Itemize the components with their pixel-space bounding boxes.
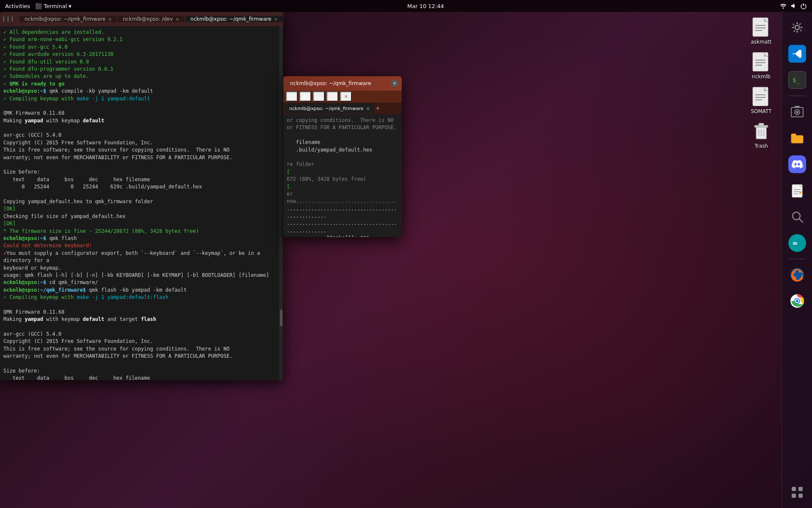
svg-point-35: [795, 25, 799, 30]
svg-line-48: [799, 219, 803, 222]
svg-rect-11: [303, 94, 308, 95]
dock-item-firefox[interactable]: [785, 262, 809, 287]
terminal-menu-icon: ⬛: [35, 3, 42, 9]
desktop-icons-area: askmatt nckmlb: [744, 15, 778, 151]
svg-rect-57: [792, 494, 796, 498]
desktop-icon-somatt[interactable]: SOMATT: [744, 85, 778, 116]
secondary-search-btn[interactable]: [286, 91, 298, 102]
tab-3-close[interactable]: ×: [274, 17, 278, 22]
secondary-hamburger-icon: [303, 94, 308, 99]
secondary-output: or copying conditions. There is NO or FI…: [287, 117, 398, 237]
svg-text:$_: $_: [793, 77, 800, 84]
tab-1-label: nckmlb@xpso: ~/qmk_firmware: [25, 16, 106, 22]
secondary-menu-btn[interactable]: [299, 91, 311, 102]
tab-2-label: nckmlb@xpso: /dev: [123, 16, 173, 22]
svg-rect-13: [303, 98, 308, 99]
svg-rect-55: [792, 487, 796, 491]
main-terminal-window: nckmlb@xpso: ~/qmk_firmware × nckmlb@xps…: [0, 12, 283, 380]
dock-item-settings[interactable]: [785, 15, 809, 40]
dock-item-gedit[interactable]: [785, 178, 809, 203]
settings-dock-icon: [788, 19, 806, 36]
dock-item-discord[interactable]: [785, 152, 809, 177]
nckmlb-label: nckmlb: [752, 74, 771, 80]
secondary-tab-close[interactable]: ×: [366, 106, 370, 111]
dock-separator-1: [789, 96, 806, 96]
main-terminal-close-btn[interactable]: [3, 16, 5, 22]
svg-point-54: [796, 300, 798, 302]
secondary-close-btn-2[interactable]: ×: [340, 91, 352, 102]
dock-item-screenshot[interactable]: [785, 99, 809, 124]
svg-point-0: [783, 8, 784, 9]
secondary-terminal-window: × nckmlb@xpso: ~/qmk_firmware –: [283, 76, 402, 237]
dock-item-files[interactable]: [785, 126, 809, 150]
desktop-icon-askmatt[interactable]: askmatt: [744, 15, 778, 47]
add-tab-btn[interactable]: +: [376, 105, 380, 112]
svg-rect-39: [795, 106, 800, 108]
svg-rect-58: [798, 494, 803, 498]
secondary-maximize-btn[interactable]: □: [326, 91, 338, 102]
trash-label: Trash: [754, 143, 768, 149]
svg-line-10: [293, 97, 294, 99]
tab-3-label: nckmlb@xpso: ~/qmk_firmware: [190, 16, 272, 22]
svg-point-9: [290, 94, 293, 97]
topbar-datetime: Mar 10 12:44: [71, 3, 780, 9]
secondary-search-icon: [289, 94, 295, 99]
dock-item-arduino[interactable]: ∞: [785, 231, 809, 255]
desktop-icon-nckmlb[interactable]: nckmlb: [744, 50, 778, 81]
tab-2[interactable]: nckmlb@xpso: /dev ×: [118, 16, 184, 22]
dock-item-terminal[interactable]: $_: [785, 68, 809, 92]
arduino-dock-icon: ∞: [788, 234, 806, 252]
dock-item-vscode[interactable]: [785, 41, 809, 66]
dock-separator-2: [789, 259, 806, 259]
topbar-terminal-menu[interactable]: ⬛ Terminal ▾: [35, 3, 71, 9]
nckmlb-icon: [751, 52, 771, 72]
secondary-tab-label: nckmlb@xpso: ~/qmk_firmware: [287, 80, 371, 86]
topbar-activities[interactable]: Activities: [5, 3, 30, 9]
terminal-output: ✓ All dependencies are installed. ✓ Foun…: [3, 29, 280, 380]
dock: $_: [782, 12, 812, 508]
main-terminal-titlebar: nckmlb@xpso: ~/qmk_firmware × nckmlb@xps…: [0, 12, 283, 26]
secondary-terminal-titlebar: × nckmlb@xpso: ~/qmk_firmware: [283, 76, 402, 91]
search-dock-icon: [788, 208, 806, 226]
firefox-dock-icon: [788, 266, 806, 284]
dock-item-chrome[interactable]: [785, 289, 809, 313]
svg-rect-31: [759, 123, 764, 126]
main-terminal-min-btn[interactable]: [8, 16, 9, 22]
desktop-icon-trash[interactable]: Trash: [744, 119, 778, 151]
chrome-dock-icon: [788, 292, 806, 310]
desktop: Activities ⬛ Terminal ▾ Mar 10 12:44: [0, 0, 812, 508]
svg-text:∞: ∞: [793, 239, 797, 247]
secondary-terminal-content: or copying conditions. There is NO or FI…: [283, 114, 402, 237]
dock-item-apps[interactable]: [785, 480, 809, 505]
network-icon[interactable]: [780, 3, 787, 9]
svg-rect-12: [303, 96, 308, 97]
topbar-right-icons: [780, 3, 807, 9]
main-terminal-scroll-thumb[interactable]: [280, 309, 283, 326]
main-terminal-scrollbar[interactable]: [279, 26, 283, 380]
terminal-dock-icon: $_: [788, 71, 806, 89]
secondary-terminal-close-btn[interactable]: ×: [391, 80, 398, 87]
secondary-minimize-btn[interactable]: –: [313, 91, 325, 102]
svg-rect-1: [803, 3, 804, 6]
svg-point-40: [796, 111, 798, 113]
askmatt-icon: [751, 17, 771, 37]
main-terminal-content: ✓ All dependencies are installed. ✓ Foun…: [0, 26, 283, 380]
apps-dock-icon: [788, 483, 806, 501]
vscode-dock-icon: [788, 45, 806, 63]
tab-3[interactable]: nckmlb@xpso: ~/qmk_firmware ×: [185, 16, 283, 22]
svg-rect-56: [798, 487, 803, 491]
files-dock-icon: [788, 129, 806, 147]
dock-item-search[interactable]: [785, 204, 809, 229]
tab-2-close[interactable]: ×: [176, 17, 179, 22]
main-terminal-max-btn[interactable]: [12, 16, 14, 22]
power-icon[interactable]: [800, 3, 807, 9]
trash-icon: [751, 121, 771, 141]
gedit-dock-icon: [788, 182, 806, 199]
discord-dock-icon: [788, 155, 806, 173]
somatt-label: SOMATT: [751, 108, 771, 114]
secondary-tab-name: nckmlb@xpso: ~/qmk_firmware: [289, 106, 364, 111]
volume-icon[interactable]: [790, 3, 797, 9]
tab-1[interactable]: nckmlb@xpso: ~/qmk_firmware ×: [19, 16, 117, 22]
topbar: Activities ⬛ Terminal ▾ Mar 10 12:44: [0, 0, 812, 12]
tab-1-close[interactable]: ×: [108, 17, 112, 22]
